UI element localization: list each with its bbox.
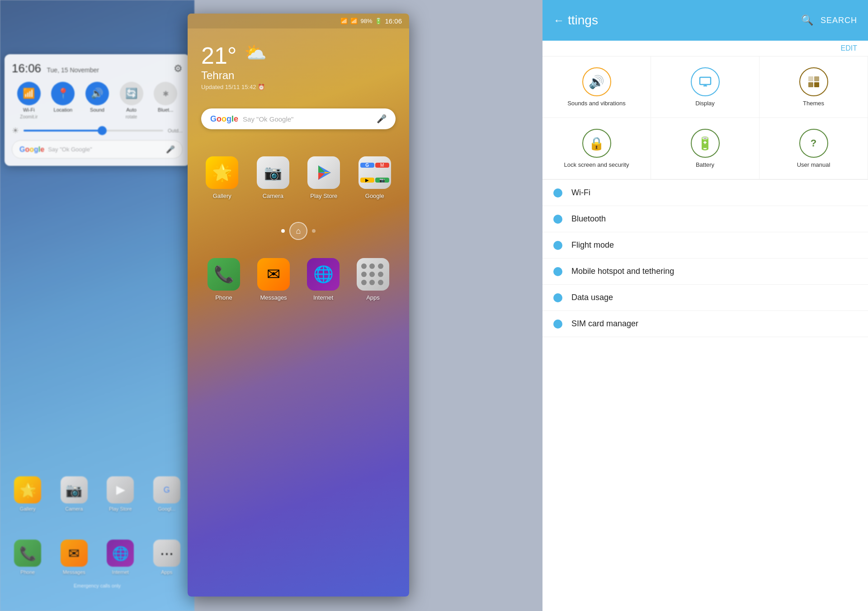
- left-google-bar[interactable]: Google Say "Ok Google" 🎤: [12, 140, 183, 159]
- settings-edit-row: EDIT: [542, 41, 868, 56]
- home-button[interactable]: ⌂: [289, 222, 307, 240]
- settings-sim[interactable]: SIM card manager: [542, 311, 868, 337]
- settings-flight[interactable]: Flight mode: [542, 232, 868, 258]
- flight-dot: [553, 241, 562, 250]
- weather-city: Tehran: [201, 69, 396, 82]
- search-icon[interactable]: 🔍: [801, 14, 813, 26]
- svg-rect-8: [814, 76, 819, 81]
- toggle-location[interactable]: 📍 Location: [51, 82, 75, 119]
- center-search-placeholder: Say "Ok Google": [243, 115, 372, 123]
- camera-icon: 📷: [61, 476, 88, 503]
- sim-list-label: SIM card manager: [571, 319, 857, 329]
- left-app-google[interactable]: G Googl...: [153, 476, 180, 512]
- sim-dot: [553, 320, 562, 329]
- center-app-playstore[interactable]: Play Store: [303, 156, 345, 199]
- settings-wifi[interactable]: Wi-Fi: [542, 180, 868, 206]
- bluetooth-dot: [553, 215, 562, 224]
- left-dock-messages[interactable]: ✉ Messages: [61, 540, 88, 575]
- center-dock-internet[interactable]: 🌐 Internet: [301, 258, 346, 301]
- center-app-gallery[interactable]: 🌟 Gallery: [201, 156, 243, 199]
- settings-security[interactable]: 🔒 Lock screen and security: [542, 118, 651, 179]
- center-home-row: ⌂: [188, 222, 409, 240]
- outdoor-label: Outd...: [168, 128, 183, 133]
- center-app-google[interactable]: G M ▶ 📷 Google: [354, 156, 396, 199]
- toggle-sound[interactable]: 🔊 Sound: [85, 82, 109, 119]
- settings-hotspot[interactable]: Mobile hotspot and tethering: [542, 258, 868, 285]
- back-icon[interactable]: ←: [553, 14, 564, 27]
- battery-icon: 🔋: [691, 129, 720, 158]
- wifi-dot: [553, 188, 562, 197]
- wifi-circle: 📶: [17, 82, 41, 105]
- left-mic-icon: 🎤: [166, 145, 175, 154]
- phone-dock-icon: 📞: [14, 540, 41, 567]
- settings-display[interactable]: Display: [651, 56, 760, 118]
- center-playstore-label: Play Store: [310, 193, 337, 199]
- home-dot-2: [312, 229, 316, 233]
- playstore-icon: ▶: [107, 476, 134, 503]
- center-wifi-icon: 📶: [340, 18, 348, 24]
- settings-edit-btn[interactable]: EDIT: [841, 44, 857, 52]
- apps-dock-icon: ⋯: [153, 540, 180, 567]
- center-phone-icon: 📞: [208, 258, 240, 291]
- settings-data[interactable]: Data usage: [542, 285, 868, 311]
- left-dock-internet[interactable]: 🌐 Internet: [107, 540, 134, 575]
- center-time: 16:06: [385, 17, 402, 25]
- center-weather: 21° ⛅ Tehran Updated 15/11 15:42 ⏰: [188, 28, 409, 99]
- internet-dock-label: Internet: [112, 569, 129, 575]
- center-dock-apps[interactable]: Apps: [350, 258, 396, 301]
- settings-battery[interactable]: 🔋 Battery: [651, 118, 760, 179]
- left-dock-apps[interactable]: ⋯ Apps: [153, 540, 180, 575]
- gear-icon[interactable]: ⚙: [174, 63, 183, 75]
- weather-icon: ⛅: [244, 42, 267, 63]
- toggle-autorotate[interactable]: 🔄 Auto rotate: [120, 82, 143, 119]
- center-phone-label: Phone: [215, 294, 232, 301]
- center-status-bar: 📶 📶 98% 🔋 16:06: [188, 14, 409, 28]
- brightness-track[interactable]: [24, 130, 163, 132]
- brightness-thumb: [98, 126, 107, 135]
- center-google-logo: Google: [210, 114, 238, 124]
- settings-bluetooth[interactable]: Bluetooth: [542, 206, 868, 232]
- brightness-low-icon: ☀: [12, 126, 19, 136]
- brightness-fill: [24, 130, 100, 132]
- toggle-wifi[interactable]: 📶 Wi-Fi Zoomit.ir: [17, 82, 41, 119]
- settings-search-btn[interactable]: SEARCH: [821, 16, 857, 25]
- sound-circle: 🔊: [85, 82, 109, 105]
- center-messages-label: Messages: [260, 294, 287, 301]
- camera-label: Camera: [65, 506, 83, 512]
- themes-label: Themes: [803, 100, 824, 107]
- apps-dock-label: Apps: [161, 569, 172, 575]
- wifi-label: Wi-Fi: [23, 107, 35, 113]
- autorotate-sublabel: rotate: [126, 114, 137, 119]
- svg-rect-4: [700, 77, 711, 85]
- left-app-camera[interactable]: 📷 Camera: [61, 476, 88, 512]
- center-dock-messages[interactable]: ✉ Messages: [251, 258, 296, 301]
- left-app-playstore[interactable]: ▶ Play Store: [107, 476, 134, 512]
- toggle-bluetooth[interactable]: ✱ Bluet...: [154, 82, 177, 119]
- themes-icon: [799, 67, 828, 96]
- sounds-icon: 🔊: [582, 67, 611, 96]
- center-camera-label: Camera: [263, 193, 283, 199]
- left-dock: 📞 Phone ✉ Messages 🌐 Internet ⋯ Apps: [0, 540, 194, 575]
- settings-list: Wi-Fi Bluetooth Flight mode Mobile hotsp…: [542, 180, 868, 337]
- settings-title: ttings: [568, 13, 598, 28]
- left-app-gallery[interactable]: 🌟 Gallery: [14, 476, 41, 512]
- center-app-grid: 🌟 Gallery 📷 Camera Play Store G: [188, 138, 409, 208]
- settings-sounds[interactable]: 🔊 Sounds and vibrations: [542, 56, 651, 118]
- playstore-label: Play Store: [109, 506, 132, 512]
- center-dock: 📞 Phone ✉ Messages 🌐 Internet Apps: [188, 249, 409, 310]
- left-time: 16:06: [12, 61, 41, 75]
- center-app-camera[interactable]: 📷 Camera: [252, 156, 294, 199]
- settings-icon-grid: 🔊 Sounds and vibrations Display: [542, 56, 868, 180]
- display-icon: [691, 67, 720, 96]
- left-dock-phone[interactable]: 📞 Phone: [14, 540, 41, 575]
- settings-manual[interactable]: ? User manual: [760, 118, 868, 179]
- center-gallery-icon: 🌟: [206, 156, 238, 189]
- center-dock-phone[interactable]: 📞 Phone: [201, 258, 246, 301]
- bluetooth-list-label: Bluetooth: [571, 214, 857, 224]
- internet-dock-icon: 🌐: [107, 540, 134, 567]
- center-search-bar[interactable]: Google Say "Ok Google" 🎤: [201, 108, 396, 129]
- settings-themes[interactable]: Themes: [760, 56, 868, 118]
- left-phone-bg: 16:06 Tue, 15 November ⚙ 📶 Wi-Fi Zoomit.…: [0, 0, 194, 611]
- svg-rect-7: [808, 76, 813, 81]
- autorotate-label: Auto: [126, 107, 137, 113]
